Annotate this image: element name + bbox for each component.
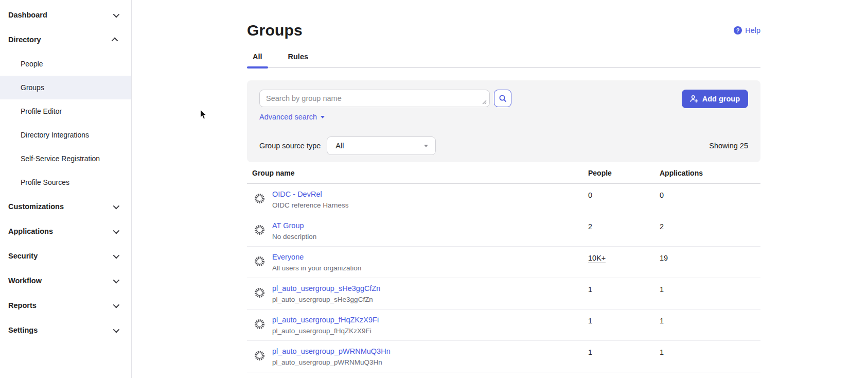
sidebar-item-customizations[interactable]: Customizations xyxy=(0,194,131,219)
table-row: AT Group No description 2 2 xyxy=(247,215,760,247)
sidebar-item-label: People xyxy=(21,60,43,68)
column-header-group-name[interactable]: Group name xyxy=(247,169,588,177)
chevron-down-icon xyxy=(113,202,120,209)
group-gear-icon xyxy=(254,318,265,330)
people-count: 0 xyxy=(588,184,660,199)
group-description: No description xyxy=(272,233,316,240)
tab-all[interactable]: All xyxy=(247,49,268,67)
sidebar-item-label: Dashboard xyxy=(8,11,47,19)
main-content: Groups ? Help All Rules xyxy=(132,0,868,378)
sidebar-item-label: Settings xyxy=(8,326,38,334)
column-header-applications[interactable]: Applications xyxy=(660,169,760,177)
applications-count: 1 xyxy=(660,310,760,325)
table-row: pl_auto_usergroup_pWRNMuQ3Hn pl_auto_use… xyxy=(247,341,760,372)
tab-rules[interactable]: Rules xyxy=(282,49,314,67)
add-group-button[interactable]: Add group xyxy=(682,90,748,108)
sidebar-item-people[interactable]: People xyxy=(0,52,131,76)
sidebar-item-security[interactable]: Security xyxy=(0,244,131,268)
table-row: Everyone All users in your organization … xyxy=(247,247,760,278)
group-description: pl_auto_usergroup_fHqZKzX9Fi xyxy=(272,327,379,335)
chevron-down-icon xyxy=(113,326,120,333)
selected-option: All xyxy=(335,142,344,150)
people-count[interactable]: 10K+ xyxy=(588,254,606,263)
group-description: All users in your organization xyxy=(272,264,361,272)
sidebar-item-label: Customizations xyxy=(8,202,64,211)
sidebar-item-dashboard[interactable]: Dashboard xyxy=(0,3,131,27)
group-gear-icon xyxy=(254,255,265,267)
search-icon xyxy=(499,94,507,102)
sidebar-item-self-service-registration[interactable]: Self-Service Registration xyxy=(0,147,131,170)
sidebar-item-directory[interactable]: Directory xyxy=(0,27,131,52)
tab-bar: All Rules xyxy=(247,49,760,68)
search-filter-panel: Advanced search Add group Group source t… xyxy=(247,80,760,162)
caret-down-icon xyxy=(424,145,428,147)
sidebar-item-profile-editor[interactable]: Profile Editor xyxy=(0,99,131,123)
help-link[interactable]: ? Help xyxy=(734,26,760,35)
people-count: 2 xyxy=(588,215,660,231)
chevron-up-icon xyxy=(112,37,118,44)
help-icon: ? xyxy=(734,26,742,35)
chevron-down-icon xyxy=(113,301,120,308)
help-label: Help xyxy=(745,26,760,35)
table-row: pl_auto_usergroup_sHe3ggCfZn pl_auto_use… xyxy=(247,278,760,310)
group-name-link[interactable]: pl_auto_usergroup_sHe3ggCfZn xyxy=(272,284,380,293)
sidebar-item-label: Reports xyxy=(8,301,37,310)
group-source-type-label: Group source type xyxy=(259,142,321,150)
applications-count: 1 xyxy=(660,341,760,356)
advanced-search-label: Advanced search xyxy=(259,113,317,121)
sidebar-item-label: Directory xyxy=(8,36,41,44)
chevron-down-icon xyxy=(113,277,120,283)
people-count: 1 xyxy=(588,310,660,325)
people-count: 1 xyxy=(588,278,660,294)
group-gear-icon xyxy=(254,193,265,204)
sidebar-item-label: Security xyxy=(8,252,38,260)
chevron-down-icon xyxy=(113,11,120,18)
group-name-link[interactable]: Everyone xyxy=(272,253,361,261)
sidebar-item-profile-sources[interactable]: Profile Sources xyxy=(0,170,131,194)
group-name-link[interactable]: pl_auto_usergroup_fHqZKzX9Fi xyxy=(272,316,379,324)
group-description: OIDC reference Harness xyxy=(272,201,349,209)
group-gear-icon xyxy=(254,224,265,236)
sidebar-item-label: Applications xyxy=(8,227,53,235)
applications-count: 2 xyxy=(660,215,760,231)
add-group-label: Add group xyxy=(702,95,740,103)
sidebar-item-applications[interactable]: Applications xyxy=(0,219,131,244)
caret-down-icon xyxy=(321,116,325,118)
groups-table: Group name People Applications OIDC - De… xyxy=(247,162,760,372)
sidebar-item-workflow[interactable]: Workflow xyxy=(0,268,131,293)
table-row: OIDC - DevRel OIDC reference Harness 0 0 xyxy=(247,184,760,215)
sidebar-item-label: Profile Sources xyxy=(21,178,69,186)
page-title: Groups xyxy=(247,22,303,39)
group-name-link[interactable]: AT Group xyxy=(272,221,316,230)
group-description: pl_auto_usergroup_pWRNMuQ3Hn xyxy=(272,358,391,366)
group-gear-icon xyxy=(254,350,265,362)
sidebar-item-groups[interactable]: Groups xyxy=(0,76,131,99)
group-source-type-select[interactable]: All xyxy=(327,136,436,155)
table-header-row: Group name People Applications xyxy=(247,162,760,184)
applications-count: 0 xyxy=(660,184,760,199)
chevron-down-icon xyxy=(113,252,120,259)
person-add-icon xyxy=(690,95,698,103)
advanced-search-toggle[interactable]: Advanced search xyxy=(259,113,511,121)
sidebar-item-label: Profile Editor xyxy=(21,107,62,115)
group-name-link[interactable]: OIDC - DevRel xyxy=(272,190,349,198)
group-description: pl_auto_usergroup_sHe3ggCfZn xyxy=(272,296,380,303)
sidebar-item-label: Groups xyxy=(21,83,44,92)
sidebar-item-label: Self-Service Registration xyxy=(21,154,100,163)
sidebar: Dashboard Directory People Groups Profil… xyxy=(0,0,132,378)
search-button[interactable] xyxy=(494,90,511,107)
search-input[interactable] xyxy=(259,90,490,107)
showing-count: Showing 25 xyxy=(709,142,748,150)
sidebar-item-label: Workflow xyxy=(8,277,42,285)
applications-count: 19 xyxy=(660,247,760,262)
group-gear-icon xyxy=(254,287,265,299)
sidebar-item-label: Directory Integrations xyxy=(21,131,89,139)
sidebar-item-reports[interactable]: Reports xyxy=(0,293,131,318)
column-header-people[interactable]: People xyxy=(588,169,660,177)
applications-count: 1 xyxy=(660,278,760,294)
chevron-down-icon xyxy=(113,227,120,234)
group-name-link[interactable]: pl_auto_usergroup_pWRNMuQ3Hn xyxy=(272,347,391,355)
table-row: pl_auto_usergroup_fHqZKzX9Fi pl_auto_use… xyxy=(247,310,760,341)
sidebar-item-settings[interactable]: Settings xyxy=(0,318,131,342)
sidebar-item-directory-integrations[interactable]: Directory Integrations xyxy=(0,123,131,147)
